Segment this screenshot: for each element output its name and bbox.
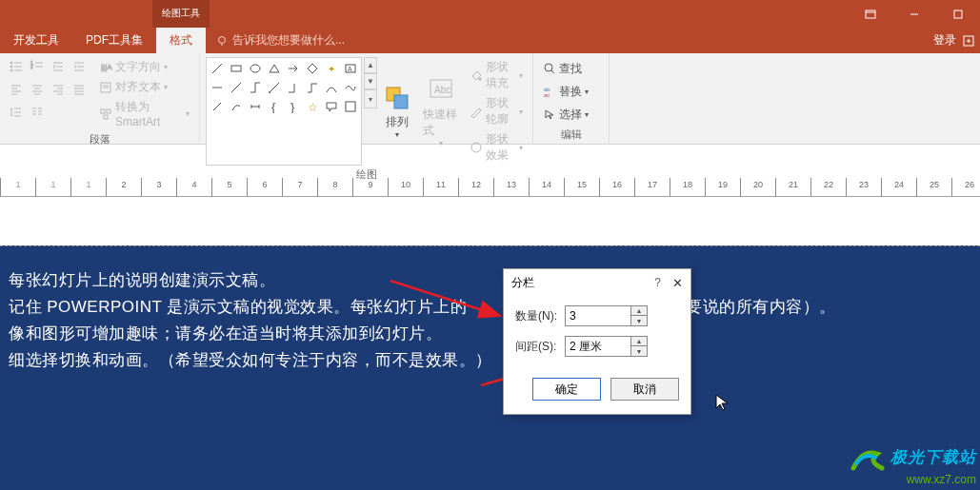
- shape-effects-label: 形状效果: [486, 131, 516, 164]
- svg-line-65: [213, 103, 221, 110]
- arrange-icon: [383, 84, 411, 112]
- shape-star-icon[interactable]: ✦: [323, 60, 340, 77]
- sign-in-label: 登录: [933, 32, 956, 49]
- shape-fill-button[interactable]: 形状填充▾: [466, 57, 527, 93]
- svg-text:A: A: [348, 66, 352, 72]
- shape-gallery[interactable]: ✦ A { } ☆: [206, 57, 362, 166]
- tab-format[interactable]: 格式: [156, 28, 206, 53]
- shape-arrow-right-icon[interactable]: [285, 60, 302, 77]
- replace-button[interactable]: abac替换▾: [539, 82, 592, 102]
- ribbon-group-paragraph: 12 |||A文字方向▾ 对齐文本▾ 转换为 SmartA: [0, 53, 200, 144]
- text-box-shape[interactable]: 每张幻灯片上的说明创建演示文稿。 记住 POWERPOINT 是演示文稿的视觉效…: [0, 245, 980, 490]
- increase-indent-icon[interactable]: [69, 57, 90, 76]
- shape-connector3-icon[interactable]: [247, 79, 264, 96]
- shape-connector2-icon[interactable]: [228, 79, 245, 96]
- maximize-icon[interactable]: [936, 0, 980, 28]
- shape-doubleelbow-icon[interactable]: [304, 79, 321, 96]
- shape-more-icon[interactable]: ▾: [364, 89, 377, 108]
- replace-icon: abac: [543, 85, 556, 98]
- shape-triangle-icon[interactable]: [266, 60, 283, 77]
- mouse-cursor-icon: [715, 394, 730, 417]
- ok-button[interactable]: 确定: [532, 378, 601, 401]
- tab-developer[interactable]: 开发工具: [0, 28, 72, 53]
- tab-pdf-tools[interactable]: PDF工具集: [72, 28, 156, 53]
- shape-freeform-icon[interactable]: [342, 79, 359, 96]
- shape-lbrace-icon[interactable]: {: [266, 98, 283, 115]
- shape-effects-button[interactable]: 形状效果▾: [466, 129, 527, 166]
- sign-in-link[interactable]: 登录: [933, 28, 975, 53]
- ruler-tick: 15: [564, 178, 599, 196]
- numbering-icon[interactable]: 12: [27, 57, 48, 76]
- dialog-close-icon[interactable]: ✕: [672, 276, 683, 290]
- text-direction-label: 文字方向: [115, 59, 161, 75]
- find-button[interactable]: 查找: [539, 59, 592, 79]
- shape-rbrace-icon[interactable]: }: [285, 98, 302, 115]
- shape-oval-icon[interactable]: [247, 60, 264, 77]
- dialog-help-icon[interactable]: ?: [654, 276, 661, 289]
- align-right-icon[interactable]: [48, 80, 69, 99]
- shape-extra2-icon[interactable]: [228, 98, 245, 115]
- count-input[interactable]: [565, 305, 631, 326]
- svg-point-75: [471, 143, 481, 152]
- shape-diamond-icon[interactable]: [304, 60, 321, 77]
- shape-line-icon[interactable]: [209, 60, 226, 77]
- dialog-titlebar[interactable]: 分栏 ? ✕: [504, 269, 690, 296]
- shape-up-icon[interactable]: ▲: [364, 57, 377, 73]
- columns-icon[interactable]: [27, 103, 48, 122]
- decrease-indent-icon[interactable]: [48, 57, 69, 76]
- align-left-icon[interactable]: [6, 80, 27, 99]
- justify-icon[interactable]: [69, 80, 90, 99]
- svg-rect-3: [954, 10, 962, 18]
- tell-me-placeholder: 告诉我您想要做什么...: [232, 32, 345, 49]
- text-direction-button[interactable]: |||A文字方向▾: [95, 57, 193, 77]
- line-spacing-icon[interactable]: [6, 103, 27, 122]
- ruler-tick: 21: [775, 178, 810, 196]
- ruler-tick: 25: [916, 178, 951, 196]
- convert-smartart-button[interactable]: 转换为 SmartArt▾: [95, 97, 193, 130]
- select-button[interactable]: 选择▾: [539, 105, 592, 125]
- shape-elbow-icon[interactable]: [285, 79, 302, 96]
- svg-marker-58: [270, 65, 279, 72]
- spin-up-icon[interactable]: ▲: [631, 306, 647, 316]
- shape-down-icon[interactable]: ▼: [364, 73, 377, 89]
- text-box-content[interactable]: 每张幻灯片上的说明创建演示文稿。 记住 POWERPOINT 是演示文稿的视觉效…: [9, 267, 971, 374]
- slide-editor[interactable]: 每张幻灯片上的说明创建演示文稿。 记住 POWERPOINT 是演示文稿的视觉效…: [0, 200, 980, 490]
- shape-callout-icon[interactable]: [323, 98, 340, 115]
- shape-connector1-icon[interactable]: [209, 79, 226, 96]
- spin-down-icon[interactable]: ▼: [631, 346, 647, 356]
- shape-outline-button[interactable]: 形状轮廓▾: [466, 93, 527, 129]
- count-spinner[interactable]: ▲▼: [631, 305, 648, 326]
- horizontal-ruler[interactable]: 1112345678910111213141516171819202122232…: [0, 178, 980, 197]
- spin-up-icon[interactable]: ▲: [631, 337, 647, 346]
- quick-styles-button[interactable]: Abc 快速样式 ▾: [417, 57, 466, 166]
- svg-rect-53: [107, 109, 110, 113]
- shape-curve-icon[interactable]: [323, 79, 340, 96]
- arrange-button[interactable]: 排列 ▾: [377, 57, 417, 166]
- shape-rect-icon[interactable]: [228, 60, 245, 77]
- shape-extra3-icon[interactable]: [247, 98, 264, 115]
- spin-down-icon[interactable]: ▼: [631, 316, 647, 325]
- tell-me-search[interactable]: 告诉我您想要做什么...: [215, 28, 345, 53]
- cancel-button[interactable]: 取消: [610, 378, 679, 401]
- spacing-input[interactable]: [565, 336, 631, 357]
- align-text-button[interactable]: 对齐文本▾: [95, 77, 193, 97]
- bullets-icon[interactable]: [6, 57, 27, 76]
- spacing-spinner[interactable]: ▲▼: [631, 336, 648, 357]
- watermark-title: 极光下载站: [890, 448, 976, 466]
- ruler-tick: 22: [810, 178, 846, 196]
- shape-action-icon[interactable]: [342, 98, 359, 115]
- shape-connector4-icon[interactable]: [266, 79, 283, 96]
- minimize-icon[interactable]: [892, 0, 936, 28]
- shape-star2-icon[interactable]: ☆: [304, 98, 321, 115]
- svg-text:☆: ☆: [308, 101, 318, 113]
- svg-rect-69: [346, 102, 355, 111]
- paragraph-align-buttons: 12: [6, 57, 90, 130]
- ribbon-group-editing-label: 编辑: [539, 126, 603, 142]
- shape-extra1-icon[interactable]: [209, 98, 226, 115]
- shape-gallery-scroll[interactable]: ▲ ▼ ▾: [364, 57, 377, 166]
- ruler-tick: 8: [317, 178, 352, 196]
- align-center-icon[interactable]: [27, 80, 48, 99]
- slide-line-4: 细选择切换和动画。（希望受众如何专注于内容，而不是效果。）: [9, 347, 971, 374]
- ribbon-display-options-icon[interactable]: [849, 0, 892, 28]
- shape-textbox-icon[interactable]: A: [342, 60, 359, 77]
